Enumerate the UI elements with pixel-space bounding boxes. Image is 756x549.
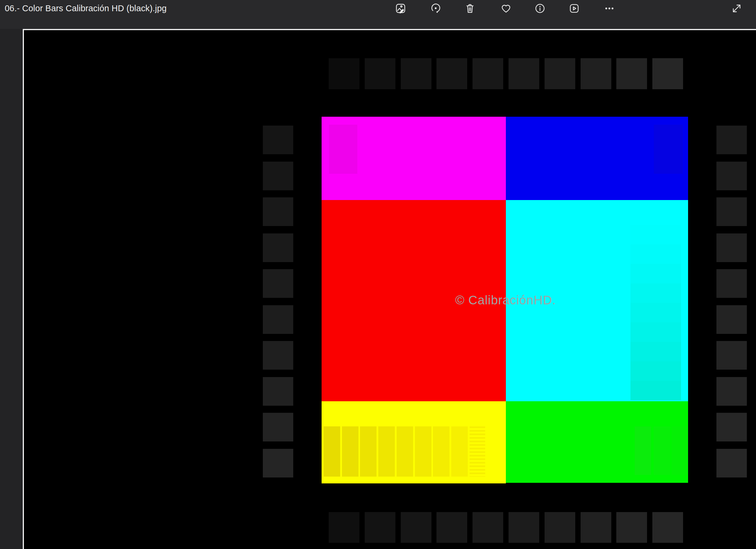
- left-column-square: [263, 449, 293, 478]
- left-column-square: [263, 162, 293, 190]
- right-column-square: [716, 413, 747, 442]
- top-row-square: [365, 58, 395, 89]
- fullscreen-button[interactable]: [729, 1, 744, 15]
- top-row-square: [616, 58, 647, 89]
- cyan-band: [630, 303, 681, 323]
- right-column-square: [716, 341, 747, 370]
- watermark-text: © CalibraciónHD.: [455, 293, 556, 307]
- left-column-square: [263, 126, 293, 154]
- ellipsis-icon: [604, 3, 615, 14]
- rotate-icon: [430, 3, 441, 14]
- yellow-bar: [451, 426, 468, 477]
- yellow-bar: [360, 426, 377, 477]
- cyan-band: [630, 225, 681, 244]
- bottom-row-square: [509, 512, 539, 543]
- edit-image-icon: [395, 3, 406, 14]
- left-column-square: [263, 233, 293, 262]
- bottom-row-square: [545, 512, 575, 543]
- trash-icon: [464, 3, 476, 14]
- right-column-square: [716, 305, 747, 334]
- app-bar: 06.- Color Bars Calibración HD (black).j…: [0, 0, 756, 29]
- slideshow-button[interactable]: [567, 1, 581, 15]
- magenta-patch: [329, 125, 357, 174]
- filename-title: 06.- Color Bars Calibración HD (black).j…: [5, 0, 167, 17]
- yellow-bar: [433, 426, 449, 477]
- right-column-square: [716, 126, 747, 154]
- right-column-square: [716, 449, 747, 478]
- left-column-square: [263, 377, 293, 406]
- cyan-band: [630, 342, 681, 361]
- yellow-bar: [378, 426, 395, 477]
- expand-icon: [731, 3, 742, 14]
- right-column-square: [716, 233, 747, 262]
- delete-button[interactable]: [463, 1, 477, 15]
- edit-image-button[interactable]: [393, 1, 408, 15]
- info-icon: [534, 3, 546, 14]
- top-row-square: [436, 58, 467, 89]
- yellow-striped-bar: [470, 426, 485, 477]
- bottom-row-square: [652, 512, 683, 543]
- top-row-square: [545, 58, 575, 89]
- bottom-row-square: [329, 512, 359, 543]
- bottom-row-square: [581, 512, 611, 543]
- bottom-row-square: [616, 512, 647, 543]
- yellow-bar: [342, 426, 359, 477]
- cyan-band: [630, 284, 681, 303]
- top-row-square: [581, 58, 611, 89]
- green-bar: [635, 426, 651, 475]
- bottom-row-square: [436, 512, 467, 543]
- right-column-square: [716, 377, 747, 406]
- cyan-band: [630, 381, 681, 400]
- more-button[interactable]: [602, 1, 616, 15]
- right-column-square: [716, 197, 747, 226]
- left-column-square: [263, 341, 293, 370]
- green-bar: [654, 426, 670, 475]
- favorite-button[interactable]: [499, 1, 513, 15]
- bottom-row-square: [401, 512, 431, 543]
- blue-patch: [654, 125, 683, 174]
- left-column-square: [263, 269, 293, 298]
- top-row-square: [401, 58, 431, 89]
- top-row-square: [473, 58, 503, 89]
- top-row-square: [652, 58, 683, 89]
- yellow-bar: [397, 426, 413, 477]
- yellow-bar: [415, 426, 431, 477]
- left-column-square: [263, 305, 293, 334]
- calibration-chart: © CalibraciónHD.: [0, 0, 756, 549]
- slideshow-icon: [568, 3, 580, 14]
- photo-frame-left: [23, 29, 24, 549]
- green-bar: [672, 426, 688, 475]
- cyan-band: [630, 361, 681, 381]
- rotate-button[interactable]: [428, 1, 443, 15]
- cyan-band: [630, 323, 681, 342]
- cyan-band: [630, 264, 681, 284]
- right-column-square: [716, 162, 747, 190]
- yellow-bar: [324, 426, 340, 477]
- right-column-square: [716, 269, 747, 298]
- left-column-square: [263, 197, 293, 226]
- bottom-row-square: [365, 512, 395, 543]
- top-row-square: [509, 58, 539, 89]
- info-button[interactable]: [533, 1, 547, 15]
- bottom-row-square: [473, 512, 503, 543]
- top-row-square: [329, 58, 359, 89]
- photo-frame-top: [23, 29, 756, 30]
- heart-icon: [500, 3, 512, 14]
- cyan-band: [630, 244, 681, 264]
- left-column-square: [263, 413, 293, 442]
